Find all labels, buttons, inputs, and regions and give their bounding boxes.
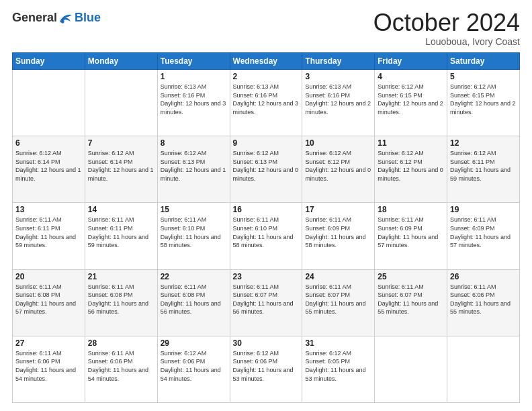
calendar-day-15: 15Sunrise: 6:11 AMSunset: 6:10 PMDayligh… <box>157 203 230 269</box>
logo-bird-icon <box>58 12 73 24</box>
day-info: Sunrise: 6:12 AMSunset: 6:06 PMDaylight:… <box>233 349 300 383</box>
day-info: Sunrise: 6:11 AMSunset: 6:06 PMDaylight:… <box>15 349 82 383</box>
day-number: 22 <box>161 272 227 281</box>
day-number: 29 <box>161 338 227 348</box>
calendar-day-3: 3Sunrise: 6:13 AMSunset: 6:16 PMDaylight… <box>302 70 375 136</box>
calendar-week-row: 13Sunrise: 6:11 AMSunset: 6:11 PMDayligh… <box>13 203 520 269</box>
day-number: 14 <box>88 205 154 214</box>
day-info: Sunrise: 6:11 AMSunset: 6:06 PMDaylight:… <box>88 349 154 383</box>
calendar-day-12: 12Sunrise: 6:12 AMSunset: 6:11 PMDayligh… <box>447 136 520 203</box>
day-number: 2 <box>233 72 300 81</box>
calendar-day-19: 19Sunrise: 6:11 AMSunset: 6:09 PMDayligh… <box>447 203 520 269</box>
title-area: October 2024 Louoboua, Ivory Coast <box>373 11 520 47</box>
day-info: Sunrise: 6:11 AMSunset: 6:09 PMDaylight:… <box>305 216 371 249</box>
day-number: 24 <box>305 272 371 281</box>
logo-blue-text: Blue <box>75 11 101 25</box>
calendar-day-24: 24Sunrise: 6:11 AMSunset: 6:07 PMDayligh… <box>302 269 375 336</box>
day-number: 26 <box>450 272 517 281</box>
day-number: 20 <box>15 272 82 281</box>
calendar-header-row: SundayMondayTuesdayWednesdayThursdayFrid… <box>13 53 520 70</box>
day-info: Sunrise: 6:11 AMSunset: 6:11 PMDaylight:… <box>88 216 154 249</box>
logo-text: General Blue <box>12 11 101 25</box>
calendar-day-7: 7Sunrise: 6:12 AMSunset: 6:14 PMDaylight… <box>85 136 157 203</box>
day-info: Sunrise: 6:12 AMSunset: 6:15 PMDaylight:… <box>378 83 444 116</box>
calendar-day-10: 10Sunrise: 6:12 AMSunset: 6:12 PMDayligh… <box>302 136 375 203</box>
calendar-day-29: 29Sunrise: 6:12 AMSunset: 6:06 PMDayligh… <box>157 336 230 402</box>
day-info: Sunrise: 6:11 AMSunset: 6:07 PMDaylight:… <box>233 283 300 316</box>
day-number: 7 <box>88 138 154 148</box>
calendar-week-row: 20Sunrise: 6:11 AMSunset: 6:08 PMDayligh… <box>13 269 520 336</box>
day-number: 16 <box>233 205 300 214</box>
calendar-day-18: 18Sunrise: 6:11 AMSunset: 6:09 PMDayligh… <box>375 203 447 269</box>
day-info: Sunrise: 6:12 AMSunset: 6:14 PMDaylight:… <box>15 149 82 183</box>
day-info: Sunrise: 6:11 AMSunset: 6:10 PMDaylight:… <box>161 216 227 249</box>
day-number: 6 <box>15 138 82 148</box>
day-number: 25 <box>378 272 444 281</box>
calendar-day-31: 31Sunrise: 6:12 AMSunset: 6:05 PMDayligh… <box>302 336 375 402</box>
day-header-saturday: Saturday <box>447 53 520 70</box>
day-info: Sunrise: 6:11 AMSunset: 6:09 PMDaylight:… <box>378 216 444 249</box>
calendar-empty-cell <box>13 70 85 136</box>
day-number: 9 <box>233 138 300 148</box>
calendar-day-14: 14Sunrise: 6:11 AMSunset: 6:11 PMDayligh… <box>85 203 157 269</box>
day-header-wednesday: Wednesday <box>230 53 302 70</box>
calendar-day-4: 4Sunrise: 6:12 AMSunset: 6:15 PMDaylight… <box>375 70 447 136</box>
calendar-week-row: 27Sunrise: 6:11 AMSunset: 6:06 PMDayligh… <box>13 336 520 402</box>
calendar-day-6: 6Sunrise: 6:12 AMSunset: 6:14 PMDaylight… <box>13 136 85 203</box>
calendar-week-row: 6Sunrise: 6:12 AMSunset: 6:14 PMDaylight… <box>13 136 520 203</box>
day-number: 13 <box>15 205 82 214</box>
calendar-day-9: 9Sunrise: 6:12 AMSunset: 6:13 PMDaylight… <box>230 136 302 203</box>
calendar-day-21: 21Sunrise: 6:11 AMSunset: 6:08 PMDayligh… <box>85 269 157 336</box>
calendar-day-20: 20Sunrise: 6:11 AMSunset: 6:08 PMDayligh… <box>13 269 85 336</box>
day-number: 15 <box>161 205 227 214</box>
day-info: Sunrise: 6:11 AMSunset: 6:08 PMDaylight:… <box>161 283 227 316</box>
day-info: Sunrise: 6:12 AMSunset: 6:05 PMDaylight:… <box>305 349 371 383</box>
calendar-empty-cell <box>375 336 447 402</box>
logo-general-text: General <box>12 11 57 25</box>
calendar-day-28: 28Sunrise: 6:11 AMSunset: 6:06 PMDayligh… <box>85 336 157 402</box>
calendar-day-30: 30Sunrise: 6:12 AMSunset: 6:06 PMDayligh… <box>230 336 302 402</box>
day-info: Sunrise: 6:11 AMSunset: 6:06 PMDaylight:… <box>450 283 517 316</box>
calendar-day-1: 1Sunrise: 6:13 AMSunset: 6:16 PMDaylight… <box>157 70 230 136</box>
calendar-week-row: 1Sunrise: 6:13 AMSunset: 6:16 PMDaylight… <box>13 70 520 136</box>
calendar-day-2: 2Sunrise: 6:13 AMSunset: 6:16 PMDaylight… <box>230 70 302 136</box>
day-info: Sunrise: 6:11 AMSunset: 6:08 PMDaylight:… <box>88 283 154 316</box>
calendar-empty-cell <box>85 70 157 136</box>
calendar-day-16: 16Sunrise: 6:11 AMSunset: 6:10 PMDayligh… <box>230 203 302 269</box>
day-info: Sunrise: 6:12 AMSunset: 6:14 PMDaylight:… <box>88 149 154 183</box>
calendar-day-5: 5Sunrise: 6:12 AMSunset: 6:15 PMDaylight… <box>447 70 520 136</box>
calendar-day-23: 23Sunrise: 6:11 AMSunset: 6:07 PMDayligh… <box>230 269 302 336</box>
day-number: 28 <box>88 338 154 348</box>
calendar-day-22: 22Sunrise: 6:11 AMSunset: 6:08 PMDayligh… <box>157 269 230 336</box>
day-number: 3 <box>305 72 371 81</box>
day-number: 31 <box>305 338 371 348</box>
day-info: Sunrise: 6:11 AMSunset: 6:07 PMDaylight:… <box>305 283 371 316</box>
month-title: October 2024 <box>373 11 520 35</box>
calendar-day-25: 25Sunrise: 6:11 AMSunset: 6:07 PMDayligh… <box>375 269 447 336</box>
day-number: 23 <box>233 272 300 281</box>
day-number: 1 <box>161 72 227 81</box>
header: General Blue October 2024 Louoboua, Ivor… <box>12 11 520 47</box>
day-info: Sunrise: 6:13 AMSunset: 6:16 PMDaylight:… <box>233 83 300 116</box>
day-header-friday: Friday <box>375 53 447 70</box>
calendar-day-8: 8Sunrise: 6:12 AMSunset: 6:13 PMDaylight… <box>157 136 230 203</box>
logo-area: General Blue <box>12 11 101 25</box>
day-header-monday: Monday <box>85 53 157 70</box>
day-number: 4 <box>378 72 444 81</box>
day-number: 10 <box>305 138 371 148</box>
calendar-day-11: 11Sunrise: 6:12 AMSunset: 6:12 PMDayligh… <box>375 136 447 203</box>
calendar-day-17: 17Sunrise: 6:11 AMSunset: 6:09 PMDayligh… <box>302 203 375 269</box>
day-number: 19 <box>450 205 517 214</box>
day-info: Sunrise: 6:13 AMSunset: 6:16 PMDaylight:… <box>305 83 371 116</box>
day-header-sunday: Sunday <box>13 53 85 70</box>
day-header-tuesday: Tuesday <box>157 53 230 70</box>
day-info: Sunrise: 6:11 AMSunset: 6:07 PMDaylight:… <box>378 283 444 316</box>
calendar-day-26: 26Sunrise: 6:11 AMSunset: 6:06 PMDayligh… <box>447 269 520 336</box>
day-number: 12 <box>450 138 517 148</box>
day-info: Sunrise: 6:12 AMSunset: 6:13 PMDaylight:… <box>233 149 300 183</box>
day-info: Sunrise: 6:12 AMSunset: 6:11 PMDaylight:… <box>450 149 517 183</box>
day-number: 11 <box>378 138 444 148</box>
day-info: Sunrise: 6:13 AMSunset: 6:16 PMDaylight:… <box>161 83 227 116</box>
day-info: Sunrise: 6:12 AMSunset: 6:12 PMDaylight:… <box>378 149 444 183</box>
location-subtitle: Louoboua, Ivory Coast <box>373 36 520 47</box>
